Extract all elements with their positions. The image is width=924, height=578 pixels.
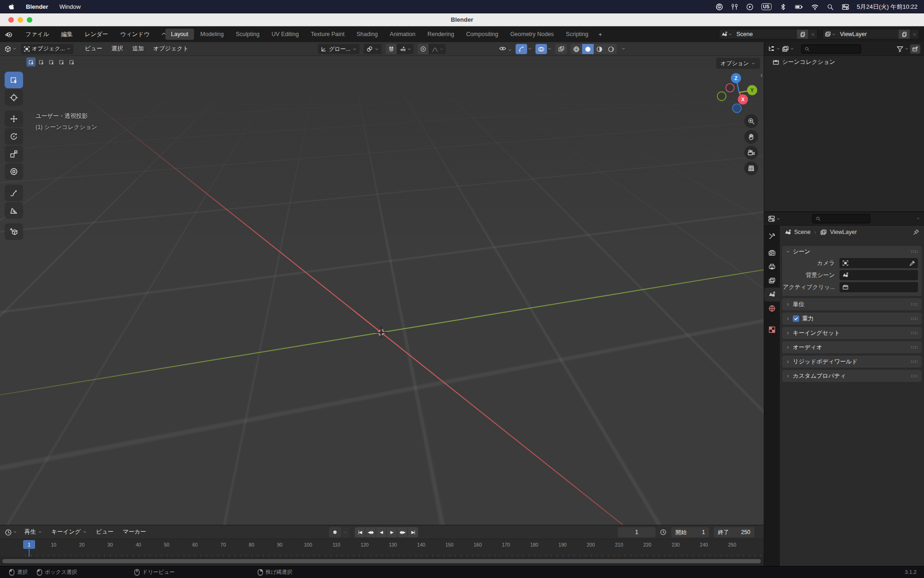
outliner-row-scene-collection[interactable]: シーンコレクション [764,56,924,66]
workspace-tab[interactable]: Modeling [195,29,230,40]
proportional-falloff-selector[interactable] [429,44,446,54]
overlays-dropdown[interactable] [547,46,552,52]
new-collection-button[interactable] [910,44,920,54]
topbar-menu-item[interactable]: 編集 [55,29,79,40]
workspace-tab[interactable]: UV Editing [266,29,304,40]
xray-toggle[interactable] [555,44,567,54]
tool-transform[interactable] [5,163,23,180]
breadcrumb-viewlayer[interactable]: ViewLayer [830,229,857,235]
gizmos-dropdown[interactable] [528,46,532,52]
panel-scene-header[interactable]: シーン [782,246,922,257]
panel-collapsed[interactable]: リジッドボディワールド [782,356,922,368]
timeline-ruler[interactable]: 1 10203040506070809010011012013014015016… [0,539,764,557]
outliner-display-mode-selector[interactable] [782,45,794,53]
dragdots-icon[interactable] [911,374,918,378]
jump-to-start-button[interactable]: |◀ [355,527,365,537]
proportional-edit-toggle[interactable] [418,44,429,54]
workspace-tab[interactable]: Scripting [560,29,594,40]
play-reverse-button[interactable]: ◀ [376,527,386,537]
topbar-menu-item[interactable]: ウィンドウ [114,29,156,40]
auto-keying-dropdown[interactable] [341,527,349,537]
add-workspace-button[interactable]: + [595,29,606,40]
tab-world[interactable] [764,301,780,315]
overlays-toggle[interactable] [535,44,547,54]
panel-collapsed[interactable]: 単位 [782,298,922,310]
shading-wireframe-button[interactable] [571,44,582,54]
panel-collapsed[interactable]: オーディオ [782,341,922,353]
shading-solid-button[interactable] [582,44,594,54]
scene-name-field[interactable]: Scene [734,31,797,37]
transform-orientation-selector[interactable]: グロー... [318,44,359,54]
viewport-menu-item[interactable]: 選択 [107,43,128,55]
next-keyframe-button[interactable]: ◆▶ [397,527,407,537]
dragdots-icon[interactable] [911,345,918,349]
zoom-view-button[interactable] [744,114,758,128]
pivot-point-selector[interactable] [364,44,382,54]
wifi-icon[interactable] [811,3,819,11]
topbar-menu-item[interactable]: レンダー [79,29,114,40]
property-field[interactable] [839,270,918,280]
shading-dropdown[interactable] [620,46,626,52]
shading-material-button[interactable] [594,44,605,54]
menubar-clock[interactable]: 5月24日(火) 午前10:22 [857,3,918,11]
timeline-menu-item[interactable]: ビュー [91,526,118,538]
new-viewlayer-button[interactable] [899,30,910,39]
auto-keying-toggle[interactable] [329,527,341,537]
tool-annotate[interactable] [5,184,23,201]
tab-texture[interactable] [764,323,780,337]
tool-rotate[interactable] [5,128,23,145]
gravity-checkbox[interactable] [793,315,799,322]
input-source-indicator[interactable]: US [761,3,772,10]
properties-search-input[interactable] [812,214,870,223]
mode-selector[interactable]: オブジェク... [21,44,73,54]
panel-collapsed[interactable]: キーイングセット [782,327,922,339]
play-circle-icon[interactable] [746,3,754,11]
shading-rendered-button[interactable] [605,44,617,54]
drag-dots-icon[interactable] [911,250,918,253]
playhead-marker[interactable]: 1 [23,540,35,549]
tool-cursor[interactable] [5,89,23,106]
timeline-scrollbar-thumb[interactable] [2,559,761,563]
dragdots-icon[interactable] [911,317,918,320]
select-mode-invert[interactable] [57,57,66,67]
breadcrumb-scene[interactable]: Scene [794,229,810,235]
pin-icon[interactable] [913,229,919,235]
workspace-tab[interactable]: Sculpting [230,29,265,40]
timeline-menu-item[interactable]: 再生 [20,526,47,538]
new-scene-button[interactable] [797,30,808,39]
airpods-icon[interactable] [731,3,738,11]
snap-toggle[interactable] [386,44,397,54]
snap-to-selector[interactable] [397,44,413,54]
select-mode-extend[interactable] [36,57,46,67]
viewport-menu-item[interactable]: 追加 [128,43,149,55]
camera-view-button[interactable] [744,146,758,160]
g-app-icon[interactable] [716,3,723,11]
viewport-menu-item[interactable]: オブジェクト [149,43,194,55]
outliner-search-input[interactable] [801,44,861,54]
select-mode-intersect[interactable] [67,57,76,67]
properties-options-dropdown[interactable] [916,215,920,222]
app-menu-blender[interactable]: Blender [26,3,48,10]
use-preview-range-icon[interactable] [660,529,667,535]
battery-icon[interactable] [795,3,803,11]
property-field[interactable] [839,282,918,292]
tab-output[interactable] [764,260,780,274]
gizmo-neg-x[interactable] [726,84,734,92]
jump-to-end-button[interactable]: ▶| [408,527,418,537]
viewlayer-name-field[interactable]: ViewLayer [838,31,899,37]
tab-scene[interactable] [764,288,780,301]
tool-select-box[interactable] [5,72,23,88]
dragdots-icon[interactable] [911,331,918,335]
outliner-editor-type-button[interactable] [768,45,780,53]
tool-add-cube[interactable] [5,223,23,240]
panel-collapsed[interactable]: 重力 [782,313,922,325]
apple-menu[interactable] [7,3,15,11]
blender-logo-icon[interactable] [5,30,13,38]
gizmos-toggle[interactable] [516,44,527,54]
select-mode-set[interactable] [26,57,36,67]
select-mode-subtract[interactable] [47,57,56,67]
workspace-tab[interactable]: Texture Paint [305,29,350,40]
workspace-tab[interactable]: Shading [351,29,383,40]
workspace-tab[interactable]: Layout [165,29,194,40]
viewport-menu-item[interactable]: ビュー [80,43,107,55]
